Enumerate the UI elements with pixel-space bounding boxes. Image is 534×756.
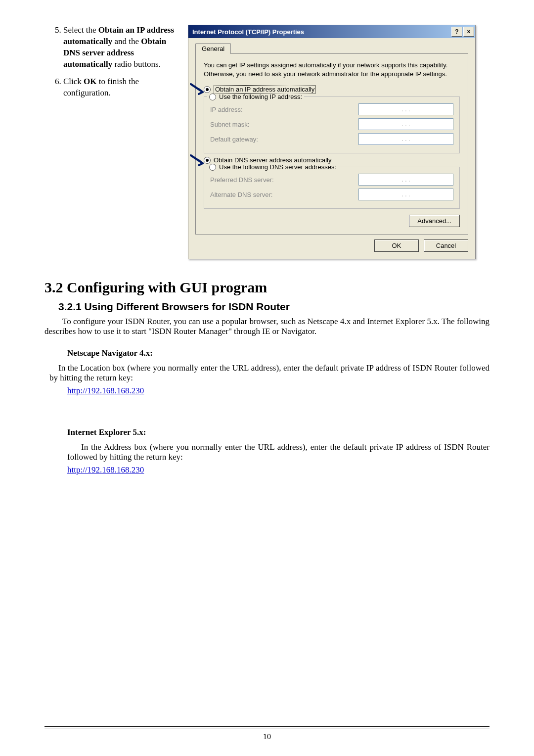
dialog-description: You can get IP settings assigned automat… xyxy=(204,61,460,78)
dialog-titlebar: Internet Protocol (TCP/IP) Properties ? … xyxy=(188,25,475,38)
step-6: Click OK to finish the configuration. xyxy=(63,76,178,99)
page-number: 10 xyxy=(0,732,534,741)
ip-address-input[interactable]: . . . xyxy=(358,103,453,115)
intro-paragraph: To configure your ISDN Router, you can u… xyxy=(44,317,490,336)
default-gateway-input[interactable]: . . . xyxy=(358,133,453,145)
radio-obtain-dns[interactable]: Obtain DNS server address automatically xyxy=(204,156,460,164)
radio-use-ip-label: Use the following IP address: xyxy=(219,93,302,100)
tcp-ip-properties-dialog: Internet Protocol (TCP/IP) Properties ? … xyxy=(188,25,476,259)
radio-obtain-ip-label: Obtain an IP address automatically xyxy=(214,85,316,94)
preferred-dns-label: Preferred DNS server: xyxy=(210,176,274,184)
instruction-column: Select the Obtain an IP address automati… xyxy=(44,25,178,259)
radio-dot-icon xyxy=(209,94,216,100)
subsection-title: 3.2.1 Using Different Browsers for ISDN … xyxy=(58,301,490,313)
section-title: 3.2 Configuring with GUI program xyxy=(44,279,490,296)
netscape-heading: Netscape Navigator 4.x: xyxy=(67,348,490,358)
step-5: Select the Obtain an IP address automati… xyxy=(63,25,178,70)
ie-paragraph: In the Address box (where you normally e… xyxy=(67,442,490,462)
radio-use-ip[interactable]: Use the following IP address: xyxy=(207,93,304,100)
netscape-url-link[interactable]: http://192.168.168.230 xyxy=(67,386,144,396)
footer-divider xyxy=(44,726,490,728)
ok-button[interactable]: OK xyxy=(374,239,419,252)
radio-use-dns[interactable]: Use the following DNS server addresses: xyxy=(207,163,338,171)
netscape-paragraph: In the Location box (where you normally … xyxy=(49,363,490,383)
radio-obtain-dns-label: Obtain DNS server address automatically xyxy=(214,156,331,164)
tab-general[interactable]: General xyxy=(195,43,231,54)
ip-address-label: IP address: xyxy=(210,106,243,113)
radio-obtain-ip[interactable]: Obtain an IP address automatically xyxy=(204,85,460,94)
radio-dot-icon xyxy=(209,164,216,171)
close-icon[interactable]: × xyxy=(463,27,474,37)
alternate-dns-label: Alternate DNS server: xyxy=(210,191,272,198)
alternate-dns-input[interactable]: . . . xyxy=(358,189,453,200)
arrow-icon xyxy=(190,83,207,96)
subnet-mask-input[interactable]: . . . xyxy=(358,118,453,130)
default-gateway-label: Default gateway: xyxy=(210,136,258,143)
advanced-button[interactable]: Advanced... xyxy=(409,215,460,227)
help-icon[interactable]: ? xyxy=(451,27,462,37)
ie-heading: Internet Explorer 5.x: xyxy=(67,427,490,437)
cancel-button[interactable]: Cancel xyxy=(424,239,468,252)
dialog-title: Internet Protocol (TCP/IP) Properties xyxy=(192,28,451,36)
arrow-icon xyxy=(190,154,207,167)
radio-use-dns-label: Use the following DNS server addresses: xyxy=(219,163,336,171)
ie-url-link[interactable]: http://192.168.168.230 xyxy=(67,465,144,475)
preferred-dns-input[interactable]: . . . xyxy=(358,174,453,186)
subnet-mask-label: Subnet mask: xyxy=(210,121,250,128)
